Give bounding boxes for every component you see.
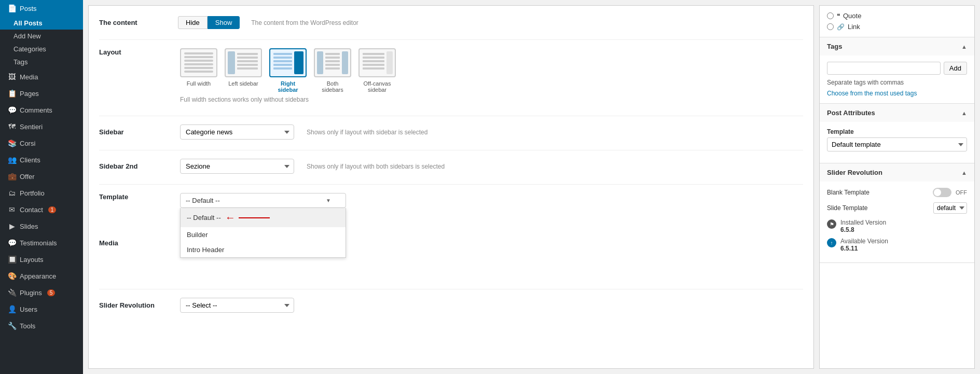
post-attributes-body: Template Default template Full Width Bla… [820,122,974,163]
show-button[interactable]: Show [208,16,240,29]
sidebar-item-pages[interactable]: 📋 Pages [0,85,83,102]
main-area: The content Hide Show The content from t… [83,0,980,374]
offer-icon: 💼 [7,172,17,181]
content-toggle-group: Hide Show [178,16,240,29]
sidebar-strip-l [228,51,235,74]
chevron-up-icon-sr: ▲ [961,170,967,176]
layout-option-right-sidebar[interactable]: Rightsidebar [269,48,307,93]
line [184,71,213,73]
tags-section-title: Tags [827,43,842,50]
layout-label: Layout [99,48,172,56]
slider-revolution-header[interactable]: Slider Revolution ▲ [820,163,974,182]
available-version-label: Available Version [840,238,888,245]
content-strip-b [324,51,341,74]
line [184,56,213,58]
layout-option-both-sidebars[interactable]: Bothsidebars [314,48,351,93]
sidebar-label-users: Users [20,306,37,313]
sidebar-label-corsi: Corsi [20,140,35,147]
line [184,67,213,69]
format-radio-quote[interactable] [827,12,834,19]
layout-option-left-sidebar[interactable]: Left sidebar [225,48,262,93]
slider-revolution-row: Slider Revolution -- Select -- [99,298,803,313]
sidebar-item-users[interactable]: 👤 Users [0,301,83,317]
layout-thumb-lines-full [181,49,216,76]
sidebar-2nd-select[interactable]: Sezione Categorie news Widget Area 3 [180,159,294,174]
installed-version-info: Installed Version 6.5.8 [840,219,886,233]
sidebar-item-corsi[interactable]: 📚 Corsi [0,135,83,151]
slider-revolution-select[interactable]: -- Select -- [180,298,294,313]
sidebar-strip-oc [387,51,393,74]
sidebar-sub-all-posts[interactable]: All Posts [0,17,83,30]
template-option-default[interactable]: -- Default -- ← [181,208,346,227]
tools-icon: 🔧 [7,322,17,330]
sidebar-field-row: Sidebar Categorie news Sezione Widget Ar… [99,124,803,140]
center-panel: The content Hide Show The content from t… [88,5,814,369]
sidebar-2nd-hint: Shows only if layout with both sidebars … [307,163,445,170]
line [325,67,340,70]
template-attr-label: Template [827,128,967,135]
sidebar-item-offer[interactable]: 💼 Offer [0,168,83,185]
sidebar-item-media[interactable]: 🖼 Media [0,68,83,85]
blank-template-label: Blank Template [827,189,869,196]
layout-label-both: Bothsidebars [322,80,343,93]
template-option-builder-label: Builder [187,231,208,239]
sidebar-item-testimonials[interactable]: 💬 Testimonials [0,234,83,251]
hide-button[interactable]: Hide [178,16,208,29]
layout-option-full-width[interactable]: Full width [180,48,217,93]
sidebar-item-contact[interactable]: ✉ Contact 1 [0,201,83,218]
sidebar-label-pages: Pages [20,90,39,98]
template-dropdown-trigger[interactable]: -- Default -- ▼ [180,193,346,208]
line [273,67,292,70]
media-icon: 🖼 [7,73,17,81]
format-option-quote[interactable]: ❝ Quote [827,12,967,20]
template-attr-row: Template Default template Full Width Bla… [827,128,967,151]
divider-3 [99,150,803,150]
line [184,60,213,62]
slider-revolution-section: Slider Revolution ▲ Blank Template OFF [820,163,974,263]
template-attr-select[interactable]: Default template Full Width Blank [827,137,967,151]
sidebar-select[interactable]: Categorie news Sezione Widget Area 3 [180,124,294,140]
sidebar-item-slides[interactable]: ▶ Slides [0,218,83,234]
format-radio-link[interactable] [827,23,834,30]
sidebar-sub-categories[interactable]: Categories [0,43,83,56]
tags-most-used-link[interactable]: Choose from the most used tags [827,90,917,97]
sidebar-item-plugins[interactable]: 🔌 Plugins 5 [0,284,83,301]
comments-icon: 💬 [7,106,17,114]
post-attributes-title: Post Attributes [827,109,875,117]
post-attributes-header[interactable]: Post Attributes ▲ [820,104,974,122]
sidebar-label-posts: Posts [20,5,37,12]
slide-template-select[interactable]: default [933,202,967,214]
line [184,63,213,65]
template-option-intro-header[interactable]: Intro Header [181,242,346,257]
sidebar-item-comments[interactable]: 💬 Comments [0,102,83,118]
sidebar-item-layouts[interactable]: 🔲 Layouts [0,251,83,268]
layout-options: Full width [180,48,396,93]
layout-label-left-sidebar: Left sidebar [228,80,258,87]
tags-section-header[interactable]: Tags ▲ [820,37,974,56]
divider-5 [99,289,803,289]
toggle-slider [933,188,951,197]
sidebar-item-tools[interactable]: 🔧 Tools [0,317,83,334]
sidebar-sub-add-new[interactable]: Add New [0,30,83,43]
sidebar-item-appearance[interactable]: 🎨 Appearance [0,268,83,284]
format-option-link[interactable]: 🔗 Link [827,23,967,31]
sidebar-label-tools: Tools [20,322,35,330]
template-option-builder[interactable]: Builder [181,227,346,242]
tags-input[interactable] [827,62,941,75]
layout-option-off-canvas[interactable]: Off-canvassidebar [358,48,396,93]
blank-template-toggle[interactable] [933,188,951,197]
sidebar-item-sentieri[interactable]: 🗺 Sentieri [0,118,83,135]
media-label: Media [99,239,172,247]
installed-version-number: 6.5.8 [840,226,886,233]
sidebar-item-posts[interactable]: 📄 Posts [0,0,83,17]
tags-add-button[interactable]: Add [944,62,967,75]
content-strip-oc [362,51,385,74]
format-radio-group: ❝ Quote 🔗 Link [827,12,967,31]
thumb-offcanvas [360,49,395,76]
sidebar-item-portfolio[interactable]: 🗂 Portfolio [0,185,83,201]
line [237,67,258,70]
line [273,60,292,62]
sidebar-sub-tags[interactable]: Tags [0,56,83,68]
slider-revolution-body: Blank Template OFF Slide Template d [820,182,974,262]
sidebar-item-clients[interactable]: 👥 Clients [0,151,83,168]
